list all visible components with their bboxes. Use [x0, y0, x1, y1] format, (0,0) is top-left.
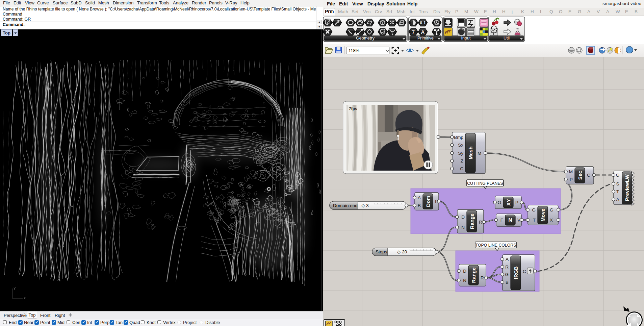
svg-text:◇ 3: ◇ 3: [361, 203, 369, 208]
svg-text:P: P: [515, 200, 518, 205]
svg-text:A: A: [506, 257, 509, 262]
svg-text:Primitive: Primitive: [417, 36, 434, 41]
svg-text:G: G: [616, 173, 620, 178]
svg-text:◇ 20: ◇ 20: [397, 249, 407, 254]
svg-text:118%: 118%: [349, 48, 360, 53]
svg-text:S: S: [616, 181, 619, 186]
svg-text:R: R: [481, 275, 484, 280]
svg-text:Dom: Dom: [425, 196, 431, 207]
svg-text:CUTTING PLANES: CUTTING PLANES: [467, 181, 503, 186]
svg-text:O: O: [497, 200, 501, 205]
svg-text:Steps: Steps: [376, 249, 387, 254]
svg-text:C: C: [587, 173, 590, 178]
svg-text:N: N: [508, 217, 512, 223]
svg-text:TOPO LINE COLORS: TOPO LINE COLORS: [475, 243, 516, 248]
svg-text:Bmp: Bmp: [454, 135, 463, 140]
svg-text:P: P: [570, 177, 573, 182]
svg-text:Mesh: Mesh: [468, 146, 473, 159]
svg-text:Domain end: Domain end: [333, 203, 358, 208]
svg-text:B: B: [506, 280, 509, 285]
svg-text:A: A: [421, 29, 425, 35]
svg-text:A: A: [616, 197, 619, 202]
svg-text:R: R: [505, 265, 509, 270]
svg-text:fRGB: fRGB: [513, 266, 519, 279]
svg-text:I: I: [435, 199, 436, 204]
svg-text:Range: Range: [471, 268, 476, 283]
svg-text:R: R: [479, 220, 482, 225]
svg-text:XY: XY: [506, 199, 511, 206]
svg-text:G: G: [505, 272, 509, 277]
svg-text:D: D: [463, 269, 466, 274]
svg-text:0.1: 0.1: [420, 21, 426, 25]
svg-text:Sx: Sx: [458, 143, 463, 148]
svg-text:C: C: [523, 269, 526, 274]
svg-text:Sec: Sec: [577, 171, 583, 180]
svg-text:Geometry: Geometry: [356, 36, 375, 41]
svg-text:C: C: [460, 166, 463, 171]
svg-text:Sy: Sy: [458, 151, 463, 156]
svg-text:Move: Move: [540, 208, 546, 221]
svg-text:G: G: [550, 207, 553, 212]
svg-text:T: T: [533, 218, 536, 223]
svg-text:PreviewLW: PreviewLW: [624, 174, 630, 201]
svg-text:F: F: [500, 218, 503, 223]
svg-text:N: N: [463, 278, 466, 283]
svg-text:y: y: [14, 285, 16, 290]
svg-text:G: G: [532, 207, 536, 212]
svg-text:A: A: [418, 195, 421, 200]
svg-text:Input: Input: [461, 36, 471, 41]
svg-text:7: 7: [412, 29, 415, 35]
svg-text:Z: Z: [461, 158, 463, 164]
svg-text:B: B: [418, 203, 421, 208]
svg-text:T: T: [616, 189, 619, 194]
svg-text:X: X: [550, 218, 553, 223]
svg-text:M: M: [478, 151, 481, 156]
svg-text:7fps: 7fps: [349, 106, 357, 111]
svg-text:M: M: [569, 169, 573, 174]
svg-text:Util: Util: [504, 36, 510, 41]
svg-text:N: N: [461, 225, 465, 230]
svg-text:Range: Range: [469, 214, 475, 229]
svg-text:x: x: [24, 295, 26, 300]
svg-text:D: D: [461, 215, 465, 220]
svg-text:V: V: [517, 218, 520, 223]
